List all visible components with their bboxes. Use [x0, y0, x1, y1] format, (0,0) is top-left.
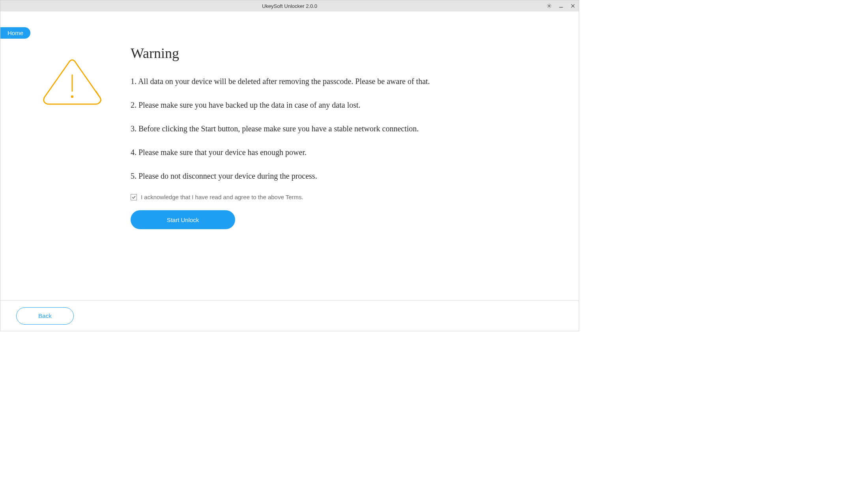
footer: Back [0, 300, 579, 331]
minimize-button[interactable] [555, 0, 567, 11]
back-button[interactable]: Back [16, 307, 74, 325]
close-icon [570, 3, 576, 9]
check-icon [131, 195, 136, 200]
warning-icon [42, 58, 103, 106]
warning-item: 4. Please make sure that your device has… [131, 146, 466, 158]
home-tab[interactable]: Home [0, 27, 30, 39]
svg-point-0 [548, 5, 550, 7]
svg-point-5 [71, 96, 73, 97]
start-unlock-button[interactable]: Start Unlock [131, 210, 235, 229]
warning-item: 3. Before clicking the Start button, ple… [131, 123, 466, 135]
warning-heading: Warning [131, 45, 466, 62]
warning-item: 2. Please make sure you have backed up t… [131, 99, 466, 111]
acknowledge-label: I acknowledge that I have read and agree… [141, 194, 303, 200]
warning-content: Warning 1. All data on your device will … [131, 45, 466, 229]
title-bar: UkeySoft Unlocker 2.0.0 [0, 0, 579, 11]
acknowledge-checkbox[interactable] [131, 194, 137, 200]
warning-item: 5. Please do not disconnect your device … [131, 170, 466, 182]
warning-item: 1. All data on your device will be delet… [131, 75, 466, 87]
settings-button[interactable] [543, 0, 555, 11]
main-content: Home Warning 1. All data on your device … [0, 11, 579, 300]
window-controls [543, 0, 579, 11]
minimize-icon [558, 3, 564, 9]
close-button[interactable] [567, 0, 579, 11]
acknowledge-row: I acknowledge that I have read and agree… [131, 194, 466, 200]
window-title: UkeySoft Unlocker 2.0.0 [262, 3, 317, 9]
gear-icon [546, 3, 552, 9]
